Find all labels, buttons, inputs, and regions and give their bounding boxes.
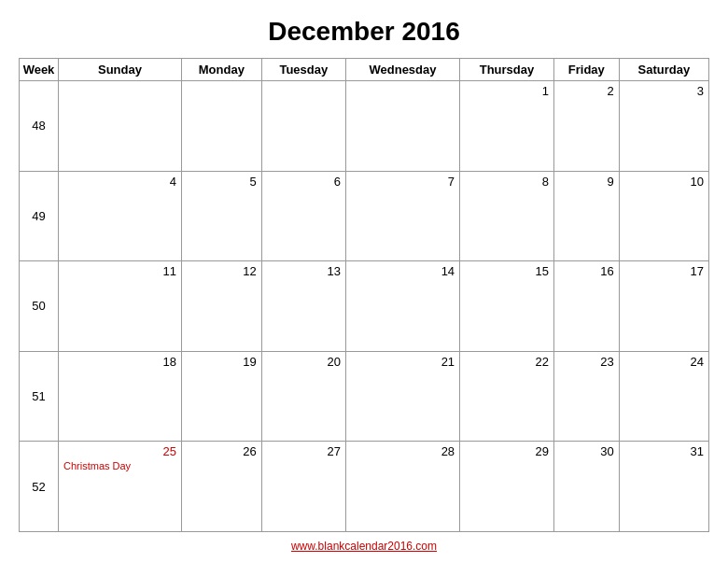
- day-number: 20: [267, 355, 341, 369]
- calendar-day: 14: [345, 261, 459, 352]
- calendar-day: 25Christmas Day: [59, 442, 182, 532]
- calendar-body: 4812349456789105011121314151617511819202…: [20, 81, 709, 532]
- day-number: 25: [63, 444, 176, 458]
- calendar-day: [345, 81, 459, 172]
- week-number: 48: [20, 81, 59, 172]
- week-row: 5225Christmas Day262728293031: [20, 442, 709, 532]
- calendar-day: 1: [460, 81, 554, 172]
- calendar-day: 7: [345, 171, 459, 261]
- col-header-saturday: Saturday: [619, 59, 708, 81]
- calendar-day: 28: [345, 442, 459, 532]
- day-number: 31: [624, 444, 704, 458]
- col-header-friday: Friday: [553, 59, 619, 81]
- calendar-title: December 2016: [268, 17, 459, 47]
- calendar-day: 10: [619, 171, 708, 261]
- day-number: 22: [465, 355, 549, 369]
- week-row: 48123: [20, 81, 709, 172]
- calendar-day: 23: [553, 351, 619, 442]
- day-number: 28: [351, 444, 455, 458]
- day-number: 27: [267, 444, 341, 458]
- calendar-day: 22: [460, 351, 554, 442]
- calendar-day: [261, 81, 345, 172]
- calendar-day: 6: [261, 171, 345, 261]
- calendar-day: 26: [181, 442, 261, 532]
- week-row: 4945678910: [20, 171, 709, 261]
- col-header-wednesday: Wednesday: [345, 59, 459, 81]
- day-number: 30: [559, 444, 614, 458]
- week-number: 51: [20, 351, 59, 442]
- calendar-day: 13: [261, 261, 345, 352]
- day-number: 12: [187, 264, 257, 278]
- day-number: 4: [63, 175, 176, 189]
- calendar-day: [59, 81, 182, 172]
- calendar-day: [181, 81, 261, 172]
- day-number: 8: [465, 175, 549, 189]
- day-number: 1: [465, 84, 549, 98]
- calendar-day: 18: [59, 351, 182, 442]
- day-number: 21: [351, 355, 455, 369]
- day-number: 15: [465, 264, 549, 278]
- calendar-day: 9: [553, 171, 619, 261]
- day-number: 24: [624, 355, 704, 369]
- day-number: 2: [559, 84, 614, 98]
- day-number: 23: [559, 355, 614, 369]
- day-number: 26: [187, 444, 257, 458]
- day-number: 7: [351, 175, 455, 189]
- calendar-day: 8: [460, 171, 554, 261]
- day-number: 10: [624, 175, 704, 189]
- calendar-day: 11: [59, 261, 182, 352]
- calendar-day: 16: [553, 261, 619, 352]
- col-header-tuesday: Tuesday: [261, 59, 345, 81]
- day-number: 16: [559, 264, 614, 278]
- calendar-header-row: WeekSundayMondayTuesdayWednesdayThursday…: [20, 59, 709, 81]
- day-number: 17: [624, 264, 704, 278]
- day-number: 13: [267, 264, 341, 278]
- week-number: 52: [20, 442, 59, 532]
- calendar-day: 5: [181, 171, 261, 261]
- day-number: 18: [63, 355, 176, 369]
- week-row: 5118192021222324: [20, 351, 709, 442]
- calendar-day: 15: [460, 261, 554, 352]
- day-label: Christmas Day: [63, 460, 131, 471]
- calendar-day: 21: [345, 351, 459, 442]
- calendar-day: 24: [619, 351, 708, 442]
- calendar-day: 17: [619, 261, 708, 352]
- day-number: 19: [187, 355, 257, 369]
- col-header-thursday: Thursday: [460, 59, 554, 81]
- calendar-day: 20: [261, 351, 345, 442]
- day-number: 14: [351, 264, 455, 278]
- col-header-week: Week: [20, 59, 59, 81]
- col-header-monday: Monday: [181, 59, 261, 81]
- week-number: 50: [20, 261, 59, 352]
- calendar-day: 27: [261, 442, 345, 532]
- calendar-day: 29: [460, 442, 554, 532]
- day-number: 29: [465, 444, 549, 458]
- calendar-day: 30: [553, 442, 619, 532]
- day-number: 9: [559, 175, 614, 189]
- calendar-day: 3: [619, 81, 708, 172]
- calendar-day: 12: [181, 261, 261, 352]
- day-number: 5: [187, 175, 257, 189]
- day-number: 6: [267, 175, 341, 189]
- col-header-sunday: Sunday: [59, 59, 182, 81]
- week-number: 49: [20, 171, 59, 261]
- week-row: 5011121314151617: [20, 261, 709, 352]
- calendar-day: 19: [181, 351, 261, 442]
- calendar-day: 4: [59, 171, 182, 261]
- calendar-day: 2: [553, 81, 619, 172]
- calendar-day: 31: [619, 442, 708, 532]
- footer-link: www.blankcalendar2016.com: [291, 540, 437, 553]
- day-number: 11: [63, 264, 176, 278]
- day-number: 3: [624, 84, 704, 98]
- calendar-table: WeekSundayMondayTuesdayWednesdayThursday…: [19, 58, 709, 532]
